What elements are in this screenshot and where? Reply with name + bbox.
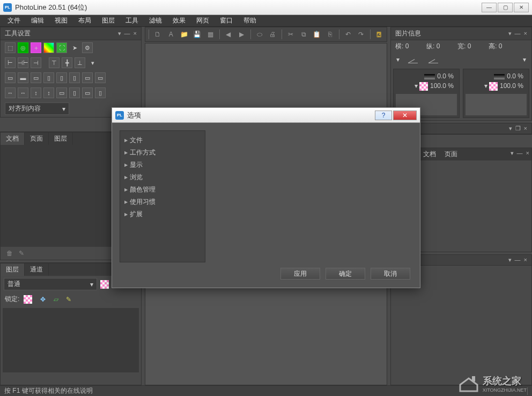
gear-icon[interactable]: ⚙: [82, 42, 93, 53]
panel-menu-icon[interactable]: ▾: [508, 256, 512, 263]
panel-menu-icon[interactable]: ▾: [509, 125, 512, 132]
save-icon[interactable]: 💾: [193, 30, 202, 39]
opacity-b1-value[interactable]: 0.0 %: [507, 72, 523, 80]
copy-icon[interactable]: ⧉: [299, 30, 308, 39]
tree-item-habits[interactable]: 使用习惯: [122, 196, 203, 208]
menu-view[interactable]: 视图: [49, 15, 73, 26]
tab-page-right[interactable]: 页面: [440, 148, 462, 160]
close-button[interactable]: ✕: [514, 3, 529, 12]
tab-document-right[interactable]: 文档: [419, 148, 440, 160]
lock-crop-icon[interactable]: ▱: [51, 295, 60, 304]
spacing-g-icon[interactable]: ▭: [82, 87, 93, 98]
print-icon[interactable]: 🖨: [268, 30, 277, 39]
angle-b-icon[interactable]: [427, 55, 440, 64]
new-file-icon[interactable]: 🗋: [153, 30, 162, 39]
menu-web[interactable]: 网页: [191, 15, 215, 26]
menu-filter[interactable]: 滤镜: [144, 15, 167, 26]
align-vcenter-icon[interactable]: ╋: [62, 57, 72, 68]
open-icon[interactable]: 📁: [180, 30, 189, 39]
menu-help[interactable]: 帮助: [238, 15, 262, 26]
apply-button[interactable]: 应用: [280, 268, 320, 280]
next-icon[interactable]: ▶: [237, 30, 246, 39]
distribute-f-icon[interactable]: ▯: [69, 72, 80, 83]
tool-pink-icon[interactable]: ＋: [31, 42, 41, 53]
tool-green-icon[interactable]: ◎: [18, 42, 28, 53]
menu-tools[interactable]: 工具: [120, 15, 144, 26]
align-left-icon[interactable]: ⊢: [5, 57, 16, 68]
tree-item-extensions[interactable]: 扩展: [122, 208, 203, 221]
panel-menu-icon[interactable]: ▾: [118, 30, 121, 37]
dialog-titlebar[interactable]: PL 选项 ? ✕: [112, 108, 420, 123]
selection-tool-icon[interactable]: ⬚: [5, 42, 16, 53]
angle-a-icon[interactable]: [407, 55, 420, 64]
tree-item-workmode[interactable]: 工作方式: [122, 146, 203, 159]
align-target-dropdown[interactable]: 对齐到内容 ▾: [5, 102, 69, 115]
tab-layers[interactable]: 图层: [1, 263, 25, 276]
text-tool-icon[interactable]: A: [166, 30, 175, 39]
menu-edit[interactable]: 编辑: [26, 15, 49, 26]
lock-move-icon[interactable]: ✥: [39, 295, 47, 304]
tab-layer[interactable]: 图层: [49, 133, 73, 145]
tab-document[interactable]: 文档: [1, 133, 25, 145]
brush-small-icon[interactable]: ✎: [17, 249, 26, 258]
paste-into-icon[interactable]: ⎘: [326, 30, 335, 39]
panel-menu-icon[interactable]: ▾: [508, 30, 512, 37]
tree-item-display[interactable]: 显示: [122, 159, 203, 171]
dialog-close-button[interactable]: ✕: [393, 111, 417, 120]
panel-restore-icon[interactable]: ❐: [515, 125, 521, 132]
spacing-f-icon[interactable]: ▯: [69, 87, 80, 98]
grid-icon[interactable]: ▦: [206, 30, 215, 39]
dialog-help-button[interactable]: ?: [375, 111, 392, 120]
panel-menu-icon[interactable]: ▾: [511, 150, 514, 159]
tool-expand-icon[interactable]: ⛶: [56, 42, 67, 53]
spacing-a-icon[interactable]: ↔: [5, 87, 16, 98]
panel-close-icon[interactable]: ×: [526, 150, 529, 159]
panel-minimize-icon[interactable]: —: [124, 30, 130, 37]
distribute-d-icon[interactable]: ▯: [43, 72, 54, 83]
lock-brush-icon[interactable]: ✎: [64, 295, 73, 304]
context-help-icon[interactable]: ⍰: [375, 30, 384, 39]
tab-page[interactable]: 页面: [25, 133, 49, 145]
menu-layer[interactable]: 图层: [97, 15, 120, 26]
menu-layout[interactable]: 布局: [73, 15, 97, 26]
tree-item-file[interactable]: 文件: [122, 134, 203, 146]
align-hcenter-icon[interactable]: ⊣⊢: [18, 57, 28, 68]
lock-transparent-icon[interactable]: [24, 295, 32, 304]
menu-file[interactable]: 文件: [2, 15, 26, 26]
menu-effects[interactable]: 效果: [167, 15, 191, 26]
opacity-a1-value[interactable]: 0.0 %: [437, 72, 454, 80]
opacity-a2-value[interactable]: 100.0 %: [430, 82, 454, 90]
opacity-b2-value[interactable]: 100.0 %: [500, 82, 523, 90]
menu-window[interactable]: 窗口: [215, 15, 238, 26]
align-bottom-icon[interactable]: ⊥: [75, 57, 85, 68]
spacing-b-icon[interactable]: ↔: [18, 87, 28, 98]
panel-minimize-icon[interactable]: —: [517, 150, 523, 159]
distribute-a-icon[interactable]: ▭: [5, 72, 16, 83]
distribute-b-icon[interactable]: ▬: [18, 72, 28, 83]
spacing-d-icon[interactable]: ↕: [43, 87, 54, 98]
undo-icon[interactable]: ↶: [344, 30, 353, 39]
prev-icon[interactable]: ◀: [224, 30, 233, 39]
panel-close-icon[interactable]: ×: [524, 256, 527, 263]
panel-close-icon[interactable]: ×: [524, 30, 527, 37]
angle-dropdown-icon[interactable]: ▾: [396, 56, 400, 63]
distribute-g-icon[interactable]: ▭: [82, 72, 93, 83]
spacing-h-icon[interactable]: ▯: [95, 87, 106, 98]
scan-icon[interactable]: ⬭: [255, 30, 264, 39]
tree-item-browse[interactable]: 浏览: [122, 171, 203, 184]
cancel-button[interactable]: 取消: [371, 268, 410, 280]
redo-icon[interactable]: ↷: [357, 30, 366, 39]
opacity-checker-icon[interactable]: [100, 280, 109, 289]
minimize-button[interactable]: —: [482, 3, 497, 12]
distribute-e-icon[interactable]: ▯: [56, 72, 67, 83]
panel-minimize-icon[interactable]: —: [515, 30, 521, 37]
panel-close-icon[interactable]: ×: [134, 30, 137, 37]
panel-minimize-icon[interactable]: —: [515, 256, 521, 263]
angle-more-icon[interactable]: ▾: [523, 56, 526, 63]
align-right-icon[interactable]: ⊣: [31, 57, 41, 68]
tool-multicolor-icon[interactable]: [43, 42, 54, 53]
blend-mode-dropdown[interactable]: 普通 ▾: [4, 278, 97, 290]
align-more-icon[interactable]: ▾: [87, 57, 98, 68]
spacing-c-icon[interactable]: ↕: [31, 87, 41, 98]
distribute-c-icon[interactable]: ▭: [31, 72, 41, 83]
